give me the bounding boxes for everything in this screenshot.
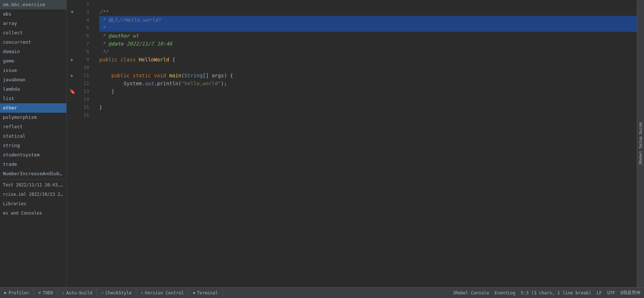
cursor-position: 5:3 (3 chars, 1 line break) bbox=[521, 290, 591, 295]
sidebar-item-game[interactable]: game bbox=[0, 56, 66, 66]
gutter-line-5 bbox=[67, 24, 78, 32]
code-line-8: */ bbox=[99, 48, 637, 56]
line-num-16: 16 bbox=[78, 111, 92, 119]
sidebar-item-iml[interactable]: rcise.iml 2022/10/23 21:14, 561 bbox=[0, 190, 66, 199]
sidebar-item-statical[interactable]: statical bbox=[0, 131, 66, 141]
sidebar-item-numberincrease[interactable]: NumberIncreaseAndSubtrac bbox=[0, 169, 66, 178]
profiler-tab[interactable]: ▶ Profiler bbox=[0, 288, 34, 298]
gutter-line-7 bbox=[67, 40, 78, 48]
profiler-label: Profiler bbox=[9, 290, 30, 295]
line-num-13: 13 bbox=[78, 87, 92, 95]
code-line-7: * @date 2022/11/7 10:46 bbox=[99, 40, 637, 48]
auto-build-tab[interactable]: ⚠ Auto-build bbox=[58, 288, 97, 298]
sidebar-item-lambda[interactable]: lambda bbox=[0, 85, 66, 94]
code-line-9: public class HelloWorld { bbox=[99, 56, 637, 64]
sidebar-item-string[interactable]: string bbox=[0, 141, 66, 150]
line-num-11: 11 bbox=[78, 72, 92, 79]
code-line-4: * 输入//Hello,world! bbox=[99, 16, 637, 24]
sidebar-item-test[interactable]: Test 2022/11/11 10:43, 2.17 ki bbox=[0, 180, 66, 190]
jrebel-console[interactable]: JRebel Console bbox=[453, 290, 489, 295]
gutter-line-12 bbox=[67, 79, 78, 87]
code-line-11: public static void main(String[] args) { bbox=[99, 72, 637, 79]
right-sidebar[interactable]: JRebel Setup Guide bbox=[637, 0, 644, 287]
code-line-16 bbox=[99, 111, 637, 119]
code-line-12: System.out.println("hello,world"); bbox=[99, 79, 637, 87]
code-line-10 bbox=[99, 64, 637, 72]
sidebar-item-libraries[interactable]: Libraries bbox=[0, 199, 66, 208]
gutter-line-3: ▼ bbox=[67, 8, 78, 16]
jrebel-console-label: JRebel Console bbox=[453, 290, 489, 295]
line-num-5: 5 bbox=[78, 24, 92, 32]
code-content[interactable]: /** * 输入//Hello,world! * * @author wl * … bbox=[96, 0, 637, 287]
sidebar-item-domain[interactable]: domain bbox=[0, 47, 66, 56]
gutter-line-8 bbox=[67, 48, 78, 56]
vcs-icon: ↑ bbox=[141, 290, 143, 295]
auto-build-label: Auto-build bbox=[66, 290, 92, 295]
line-numbers: 2 3 4 5 6 7 8 9 10 11 12 13 14 15 16 bbox=[78, 0, 96, 287]
sidebar-item-concurrent[interactable]: concurrent bbox=[0, 38, 66, 47]
event-log[interactable]: EventLog bbox=[495, 290, 516, 295]
checkstyle-label: CheckStyle bbox=[105, 290, 131, 295]
checkstyle-tab[interactable]: ✓ CheckStyle bbox=[97, 288, 136, 298]
line-num-3: 3 bbox=[78, 8, 92, 16]
sidebar-item-trade[interactable]: trade bbox=[0, 160, 66, 169]
line-ending[interactable]: LF bbox=[597, 290, 602, 295]
editor-gutter: ▼ ▶ ▶ 🔖 bbox=[67, 0, 78, 287]
sidebar-item-exercise[interactable]: om.bbc.exercise bbox=[0, 0, 66, 9]
terminal-tab[interactable]: ▪ Terminal bbox=[189, 288, 223, 298]
sidebar-item-consoles[interactable]: es and Consoles bbox=[0, 208, 66, 218]
gutter-line-14 bbox=[67, 95, 78, 103]
project-sidebar[interactable]: om.bbc.exercise abs array collect concur… bbox=[0, 0, 67, 287]
gutter-line-2 bbox=[67, 0, 78, 8]
line-num-15: 15 bbox=[78, 103, 92, 111]
sidebar-item-polymorphism[interactable]: polymorphism bbox=[0, 113, 66, 122]
sidebar-item-array[interactable]: array bbox=[0, 19, 66, 28]
line-num-2: 2 bbox=[78, 0, 92, 8]
sidebar-item-other[interactable]: other bbox=[0, 103, 66, 113]
line-ending-label: LF bbox=[597, 290, 602, 295]
line-num-14: 14 bbox=[78, 95, 92, 103]
todo-label: TODO bbox=[43, 290, 53, 295]
sidebar-item-abs[interactable]: abs bbox=[0, 9, 66, 19]
event-log-label: EventLog bbox=[495, 290, 516, 295]
code-line-5: * bbox=[99, 24, 637, 32]
version-control-tab[interactable]: ↑ Version Control bbox=[136, 288, 189, 298]
line-num-6: 6 bbox=[78, 32, 92, 40]
terminal-icon: ▪ bbox=[193, 290, 196, 295]
line-num-10: 10 bbox=[78, 64, 92, 72]
code-line-6: * @author wl bbox=[99, 32, 637, 40]
gutter-line-15 bbox=[67, 103, 78, 111]
autobuild-icon: ⚠ bbox=[62, 290, 65, 295]
bookmark-icon-13: 🔖 bbox=[69, 88, 75, 94]
jrebel-setup-label: JRebel Setup Guide bbox=[638, 122, 643, 165]
sidebar-item-collect[interactable]: collect bbox=[0, 28, 66, 38]
status-right: JRebel Console EventLog 5:3 (3 chars, 1 … bbox=[453, 290, 644, 296]
run-icon-9[interactable]: ▶ bbox=[71, 57, 73, 62]
gutter-line-10 bbox=[67, 64, 78, 72]
todo-tab[interactable]: ≡ TODO bbox=[34, 288, 58, 298]
terminal-label: Terminal bbox=[197, 290, 218, 295]
code-line-14 bbox=[99, 95, 637, 103]
code-editor[interactable]: ▼ ▶ ▶ 🔖 bbox=[67, 0, 637, 287]
checkstyle-icon: ✓ bbox=[101, 290, 104, 295]
gutter-line-13: 🔖 bbox=[67, 87, 78, 95]
line-num-12: 12 bbox=[78, 79, 92, 87]
status-tabs: ▶ Profiler ≡ TODO ⚠ Auto-build ✓ CheckSt… bbox=[0, 288, 223, 298]
code-line-13: } bbox=[99, 87, 637, 95]
sidebar-item-issue[interactable]: issue bbox=[0, 66, 66, 75]
sidebar-divider bbox=[0, 179, 66, 180]
todo-icon: ≡ bbox=[38, 290, 41, 295]
status-bar: ▶ Profiler ≡ TODO ⚠ Auto-build ✓ CheckSt… bbox=[0, 287, 644, 298]
user-label: @我是男神 bbox=[621, 290, 640, 296]
sidebar-item-javabean[interactable]: javabean bbox=[0, 75, 66, 85]
code-container: ▼ ▶ ▶ 🔖 bbox=[67, 0, 637, 287]
run-icon-11[interactable]: ▶ bbox=[71, 73, 73, 78]
sidebar-item-reflect[interactable]: reflect bbox=[0, 122, 66, 131]
gutter-line-4 bbox=[67, 16, 78, 24]
gutter-line-16 bbox=[67, 111, 78, 119]
file-encoding[interactable]: UTF bbox=[607, 290, 615, 295]
sidebar-item-studentsystem[interactable]: studentsystem bbox=[0, 150, 66, 160]
username: @我是男神 bbox=[621, 290, 640, 296]
gutter-line-11: ▶ bbox=[67, 72, 78, 79]
sidebar-item-list[interactable]: list bbox=[0, 94, 66, 103]
